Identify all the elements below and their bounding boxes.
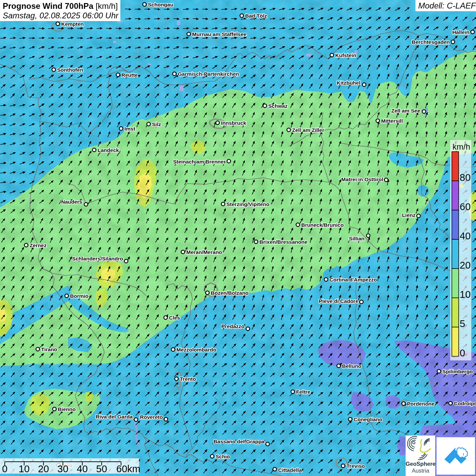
svg-text:Nauders: Nauders <box>61 199 82 205</box>
svg-text:GeoSphere: GeoSphere <box>406 461 436 467</box>
svg-text:Bad Tölz: Bad Tölz <box>245 13 267 19</box>
svg-text:Pordenone: Pordenone <box>407 401 435 407</box>
svg-text:40: 40 <box>460 231 471 241</box>
svg-text:Schlanders/Silandro: Schlanders/Silandro <box>72 256 123 261</box>
svg-text:Prognose Wind 700hPa [km/h]: Prognose Wind 700hPa [km/h] <box>3 1 118 11</box>
svg-text:Bienno: Bienno <box>58 406 76 412</box>
svg-text:Bruneck/Brunico: Bruneck/Brunico <box>301 222 344 228</box>
svg-text:60km: 60km <box>116 463 140 474</box>
svg-text:Bassano del Grappa: Bassano del Grappa <box>214 439 265 444</box>
svg-text:Lienz: Lienz <box>402 212 415 218</box>
svg-text:Cortina d'Ampezzo: Cortina d'Ampezzo <box>329 277 377 283</box>
svg-text:Samstag, 02.08.2025 06:00 Uhr: Samstag, 02.08.2025 06:00 Uhr <box>3 11 119 20</box>
svg-text:Zell am See: Zell am See <box>391 108 421 114</box>
svg-text:Cles: Cles <box>169 315 180 321</box>
svg-text:Berchtesgaden: Berchtesgaden <box>412 39 450 45</box>
svg-text:Bormio: Bormio <box>70 293 88 299</box>
svg-text:80: 80 <box>460 172 471 183</box>
svg-text:Pieve di Cadore: Pieve di Cadore <box>319 298 359 304</box>
svg-text:Schio: Schio <box>216 454 230 459</box>
svg-text:40: 40 <box>77 463 88 474</box>
svg-text:Kempten: Kempten <box>61 21 84 27</box>
svg-text:0: 0 <box>460 347 465 358</box>
svg-text:Conegliano: Conegliano <box>354 417 382 422</box>
svg-text:20: 20 <box>460 260 471 271</box>
svg-text:Modell: C-LAEF: Modell: C-LAEF <box>418 1 476 10</box>
svg-text:Rovereto: Rovereto <box>140 414 163 420</box>
svg-text:5: 5 <box>460 318 465 329</box>
svg-text:Sillian: Sillian <box>349 236 364 241</box>
svg-text:10: 10 <box>460 289 471 300</box>
svg-text:Mittersill: Mittersill <box>381 118 403 124</box>
svg-text:Cittadella: Cittadella <box>278 467 302 473</box>
svg-text:Zernez: Zernez <box>30 242 47 248</box>
svg-text:Belluno: Belluno <box>342 363 361 369</box>
svg-text:Garmisch-Partenkirchen: Garmisch-Partenkirchen <box>178 71 239 77</box>
svg-text:Steinach am Brenner: Steinach am Brenner <box>173 159 226 165</box>
svg-text:Codroipo: Codroipo <box>454 401 476 406</box>
svg-text:Feltre: Feltre <box>296 389 311 395</box>
svg-text:Kitzbühel: Kitzbühel <box>337 80 360 86</box>
svg-text:Riva del Garda: Riva del Garda <box>96 414 133 420</box>
svg-text:Brixen/Bressanone: Brixen/Bressanone <box>259 239 308 245</box>
svg-text:Bozen/Bolzano: Bozen/Bolzano <box>211 290 249 296</box>
svg-text:10: 10 <box>19 463 30 474</box>
svg-text:Schongau: Schongau <box>148 2 173 7</box>
svg-text:Sonthofen: Sonthofen <box>57 67 83 73</box>
svg-text:Tirano: Tirano <box>41 346 57 352</box>
svg-text:Austria: Austria <box>412 468 429 474</box>
svg-text:60: 60 <box>460 201 471 212</box>
svg-text:Sterzing/Vipiteno: Sterzing/Vipiteno <box>226 201 269 207</box>
svg-text:Reutte: Reutte <box>121 72 138 78</box>
svg-text:km/h: km/h <box>453 142 470 151</box>
svg-text:Imst: Imst <box>124 126 135 132</box>
svg-text:Landeck: Landeck <box>98 147 119 153</box>
svg-text:Treviso: Treviso <box>346 463 365 469</box>
svg-text:30: 30 <box>57 463 68 474</box>
svg-text:0: 0 <box>2 463 7 474</box>
svg-text:Mezzolombardo: Mezzolombardo <box>176 347 216 353</box>
svg-text:Silz: Silz <box>152 121 161 127</box>
svg-text:Trento: Trento <box>180 376 196 382</box>
svg-text:20: 20 <box>38 463 49 474</box>
svg-text:Matrei in Osttirol: Matrei in Osttirol <box>341 176 383 182</box>
svg-text:Kufstein: Kufstein <box>335 52 356 58</box>
svg-text:Innsbruck: Innsbruck <box>221 120 246 126</box>
svg-text:Spilimbergo: Spilimbergo <box>442 369 473 374</box>
svg-text:Hallein: Hallein <box>452 29 470 35</box>
svg-text:Zell am Ziller: Zell am Ziller <box>292 127 324 133</box>
svg-text:Murnau am Staffelsee: Murnau am Staffelsee <box>192 31 247 37</box>
svg-text:Predazzo: Predazzo <box>221 323 244 329</box>
svg-text:Meran/Merano: Meran/Merano <box>186 249 222 255</box>
svg-text:Schwaz: Schwaz <box>268 103 288 109</box>
svg-text:50: 50 <box>96 463 107 474</box>
